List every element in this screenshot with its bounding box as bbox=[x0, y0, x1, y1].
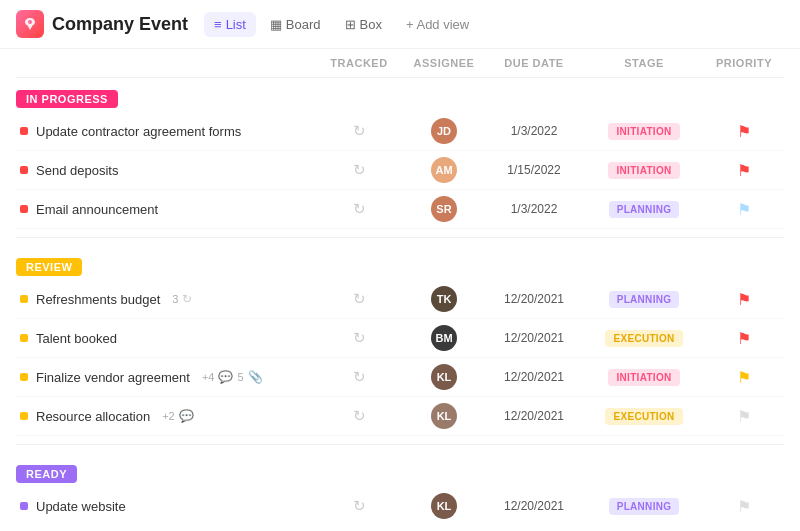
add-view-label: + Add view bbox=[406, 17, 469, 32]
task-dot bbox=[20, 412, 28, 420]
task-title: Email announcement bbox=[36, 202, 158, 217]
task-badges: 3 ↻ bbox=[172, 292, 192, 306]
section-label-ready: READY bbox=[16, 465, 77, 483]
stage-cell: EXECUTION bbox=[584, 330, 704, 347]
due-date-cell: 1/15/2022 bbox=[484, 163, 584, 177]
task-title: Send deposits bbox=[36, 163, 118, 178]
avatar: SR bbox=[431, 196, 457, 222]
col-assignee: ASSIGNEE bbox=[404, 57, 484, 69]
tracked-cell: ↻ bbox=[314, 161, 404, 179]
tracked-cell: ↻ bbox=[314, 329, 404, 347]
assignee-cell: KL bbox=[404, 403, 484, 429]
stage-cell: INITIATION bbox=[584, 123, 704, 140]
table-row[interactable]: Update website ↻ KL 12/20/2021 PLANNING … bbox=[16, 487, 784, 523]
col-priority: PRIORITY bbox=[704, 57, 784, 69]
task-title: Update website bbox=[36, 499, 126, 514]
task-name: Refreshments budget 3 ↻ bbox=[16, 292, 314, 307]
page-title: Company Event bbox=[52, 14, 188, 35]
box-tab-label: Box bbox=[360, 17, 382, 32]
badge-count: +4 bbox=[202, 371, 215, 383]
nav-tabs: ≡ List ▦ Board ⊞ Box + Add view bbox=[204, 12, 479, 37]
avatar: BM bbox=[431, 325, 457, 351]
tracked-cell: ↻ bbox=[314, 122, 404, 140]
col-task bbox=[16, 57, 314, 69]
due-date-cell: 12/20/2021 bbox=[484, 409, 584, 423]
stage-badge: INITIATION bbox=[608, 369, 679, 386]
track-icon: ↻ bbox=[353, 200, 366, 218]
task-title: Update contractor agreement forms bbox=[36, 124, 241, 139]
col-tracked: TRACKED bbox=[314, 57, 404, 69]
stage-badge: EXECUTION bbox=[605, 330, 682, 347]
tab-board[interactable]: ▦ Board bbox=[260, 12, 331, 37]
stage-badge: INITIATION bbox=[608, 123, 679, 140]
assignee-cell: SR bbox=[404, 196, 484, 222]
assignee-cell: BM bbox=[404, 325, 484, 351]
priority-flag-icon: ⚑ bbox=[737, 200, 751, 219]
column-headers: TRACKED ASSIGNEE DUE DATE STAGE PRIORITY bbox=[16, 49, 784, 78]
table-row[interactable]: Send deposits ↻ AM 1/15/2022 INITIATION … bbox=[16, 151, 784, 190]
track-icon: ↻ bbox=[353, 290, 366, 308]
header: Company Event ≡ List ▦ Board ⊞ Box + Add… bbox=[0, 0, 800, 49]
tracked-cell: ↻ bbox=[314, 290, 404, 308]
avatar: KL bbox=[431, 364, 457, 390]
priority-flag-icon: ⚑ bbox=[737, 497, 751, 516]
priority-cell: ⚑ bbox=[704, 329, 784, 348]
tracked-cell: ↻ bbox=[314, 200, 404, 218]
section-review: REVIEW Refreshments budget 3 ↻ ↻ TK 12/2… bbox=[16, 246, 784, 436]
stage-cell: PLANNING bbox=[584, 291, 704, 308]
track-icon: ↻ bbox=[353, 407, 366, 425]
avatar: KL bbox=[431, 403, 457, 429]
section-divider bbox=[16, 444, 784, 445]
task-dot bbox=[20, 205, 28, 213]
section-divider bbox=[16, 237, 784, 238]
stage-badge: EXECUTION bbox=[605, 408, 682, 425]
task-dot bbox=[20, 502, 28, 510]
table-row[interactable]: Update contractor agreement forms ↻ JD 1… bbox=[16, 112, 784, 151]
priority-flag-icon: ⚑ bbox=[737, 329, 751, 348]
table-container: TRACKED ASSIGNEE DUE DATE STAGE PRIORITY… bbox=[0, 49, 800, 523]
assignee-cell: JD bbox=[404, 118, 484, 144]
task-name: Talent booked bbox=[16, 331, 314, 346]
assignee-cell: TK bbox=[404, 286, 484, 312]
task-name: Send deposits bbox=[16, 163, 314, 178]
avatar: JD bbox=[431, 118, 457, 144]
priority-cell: ⚑ bbox=[704, 497, 784, 516]
avatar: KL bbox=[431, 493, 457, 519]
task-dot bbox=[20, 373, 28, 381]
badge-count: 3 bbox=[172, 293, 178, 305]
section-in-progress: IN PROGRESS Update contractor agreement … bbox=[16, 78, 784, 229]
task-name: Update contractor agreement forms bbox=[16, 124, 314, 139]
add-view-button[interactable]: + Add view bbox=[396, 12, 479, 37]
priority-cell: ⚑ bbox=[704, 407, 784, 426]
table-row[interactable]: Refreshments budget 3 ↻ ↻ TK 12/20/2021 … bbox=[16, 280, 784, 319]
priority-cell: ⚑ bbox=[704, 200, 784, 219]
assignee-cell: KL bbox=[404, 364, 484, 390]
tracked-cell: ↻ bbox=[314, 368, 404, 386]
badge-count: 5 bbox=[237, 371, 243, 383]
tracked-cell: ↻ bbox=[314, 407, 404, 425]
task-title: Finalize vendor agreement bbox=[36, 370, 190, 385]
stage-cell: PLANNING bbox=[584, 498, 704, 515]
priority-cell: ⚑ bbox=[704, 368, 784, 387]
track-icon: ↻ bbox=[353, 368, 366, 386]
priority-cell: ⚑ bbox=[704, 122, 784, 141]
badge-count: +2 bbox=[162, 410, 175, 422]
task-title: Refreshments budget bbox=[36, 292, 160, 307]
stage-badge: PLANNING bbox=[609, 201, 680, 218]
tab-box[interactable]: ⊞ Box bbox=[335, 12, 392, 37]
priority-flag-icon: ⚑ bbox=[737, 161, 751, 180]
due-date-cell: 1/3/2022 bbox=[484, 202, 584, 216]
table-row[interactable]: Email announcement ↻ SR 1/3/2022 PLANNIN… bbox=[16, 190, 784, 229]
task-name: Update website bbox=[16, 499, 314, 514]
avatar: AM bbox=[431, 157, 457, 183]
table-row[interactable]: Talent booked ↻ BM 12/20/2021 EXECUTION … bbox=[16, 319, 784, 358]
section-label-review: REVIEW bbox=[16, 258, 82, 276]
track-icon: ↻ bbox=[353, 161, 366, 179]
task-dot bbox=[20, 334, 28, 342]
due-date-cell: 1/3/2022 bbox=[484, 124, 584, 138]
tab-list[interactable]: ≡ List bbox=[204, 12, 256, 37]
stage-badge: PLANNING bbox=[609, 498, 680, 515]
table-row[interactable]: Resource allocation +2 💬 ↻ KL 12/20/2021… bbox=[16, 397, 784, 436]
table-row[interactable]: Finalize vendor agreement +4 💬 5 📎 ↻ KL … bbox=[16, 358, 784, 397]
task-dot bbox=[20, 295, 28, 303]
